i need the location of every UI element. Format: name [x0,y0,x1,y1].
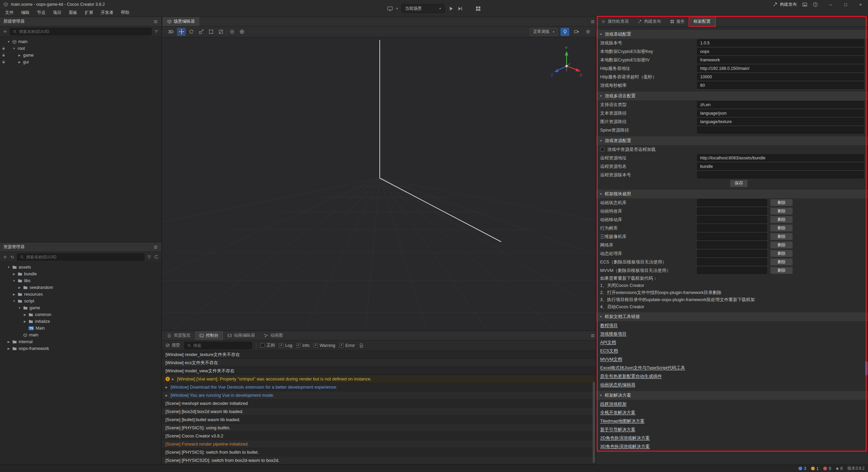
filter-log[interactable]: Log [279,343,292,348]
menu-project[interactable]: 项目 [49,9,65,17]
expand-arrow[interactable]: ▶ [165,386,169,389]
tree-item-game[interactable]: ▼game [0,304,161,311]
assets-menu-icon[interactable] [153,245,158,250]
expand-arrow[interactable]: ▼ [12,279,16,282]
console-scrollbar[interactable] [593,382,595,463]
expand-arrow[interactable]: ▶ [18,54,21,57]
delete-button[interactable]: 删除 [770,208,793,215]
minimize-button[interactable]: – [823,0,838,9]
doc-link[interactable]: Excel格式转Json文件与TypeScript代码工具 [600,365,685,371]
log-row[interactable]: [Scene] [PHYSICS2D]: switch from box2d-w… [162,456,596,465]
expand-arrow[interactable]: ▼ [18,306,21,310]
log-row[interactable]: [Scene] [PHYSICS]: using builtin. [162,424,596,432]
section-header[interactable]: ▼框架解决方案 [596,391,868,400]
log-row[interactable]: [Window] render_texture文件夹不存在 [162,351,596,359]
view-mode-select[interactable]: 正常浏览 ▾ [530,28,558,36]
delete-button[interactable]: 删除 [770,241,793,249]
filter-icon[interactable] [154,29,159,34]
log-row[interactable]: !▶[Window] [Vue warn]: Property "onInput… [162,375,596,383]
log-row[interactable]: ▶[Window] You are running Vue in develop… [162,391,596,399]
add-asset-icon[interactable] [3,255,7,259]
property-input[interactable] [697,82,864,89]
log-row[interactable]: [Window] model_view文件夹不存在 [162,367,596,375]
doc-link[interactable]: 全栈开发解决方案 [600,410,635,416]
tab-scene-editor[interactable]: 场景编辑器 [163,17,199,26]
delete-button[interactable]: 删除 [770,258,793,266]
expand-arrow[interactable]: ▼ [7,266,11,269]
property-input[interactable] [697,56,864,63]
property-input[interactable] [697,118,864,125]
expand-arrow[interactable]: ▶ [7,347,11,350]
delete-button[interactable]: 删除 [770,233,793,240]
expand-arrow[interactable]: ▶ [172,377,175,381]
section-header[interactable]: ▼框架模块裁剪 [596,190,868,198]
log-row[interactable]: ▶[Window] Download the Vue Devtools exte… [162,383,596,391]
doc-link[interactable]: 教程项目 [600,322,618,329]
filter-info[interactable]: Info [296,343,310,348]
axis-gizmo[interactable]: Y X Z [548,43,586,83]
tab-animation-editor[interactable]: 动画编辑器 [223,331,260,340]
console-search-input[interactable] [193,343,249,348]
doc-link[interactable]: 战棋游戏框架 [600,401,627,407]
property-input[interactable] [697,65,864,72]
status-count-warning[interactable]: 1 [811,466,819,471]
filter-error[interactable]: Error [339,343,355,348]
expand-arrow[interactable]: ▶ [23,320,27,323]
property-input[interactable] [697,171,864,178]
build-publish-button[interactable]: 构建发布 [773,2,797,7]
section-header[interactable]: ▼游戏多语言配置 [596,92,868,100]
property-input[interactable] [697,39,864,46]
doc-link[interactable]: 原生包热更新配置自动生成插件 [600,373,662,379]
doc-link[interactable]: 2D角色扮演游戏解决方案 [600,435,650,441]
tree-item-main[interactable]: TSMain [0,325,161,332]
tree-item-common[interactable]: ▶common [0,311,161,318]
regex-toggle[interactable]: 正则 [260,342,275,348]
menu-file[interactable]: 文件 [1,9,17,17]
tab-assets-preview[interactable]: 资源预览 [163,331,195,340]
tree-item-libs[interactable]: ▼libs [0,277,161,284]
lighting-toggle[interactable] [560,28,569,36]
tree-item-script[interactable]: ▼script [0,298,161,304]
assets-search-input[interactable] [26,255,141,259]
tree-item-oops-framework[interactable]: ▶oops-framework [0,345,161,352]
clear-console-button[interactable]: 清空 [165,342,180,348]
tree-item-assets[interactable]: ▼assets [0,264,161,271]
menu-extension[interactable]: 扩展 [81,9,97,17]
delete-button[interactable]: 删除 [770,267,793,274]
tree-item-internal[interactable]: ▶internal [0,338,161,345]
tree-item-game[interactable]: ▶game [0,52,161,59]
console-search[interactable] [184,342,252,349]
expand-arrow[interactable]: ▶ [18,60,21,64]
log-row[interactable]: [Scene] [box2d]:box2d wasm lib loaded. [162,408,596,416]
save-button[interactable]: 保存 [730,180,748,187]
expand-arrow[interactable]: ▶ [165,394,169,397]
doc-link[interactable]: Tiledmap地图解决方案 [600,418,645,424]
scale-tool[interactable] [197,28,205,36]
tree-item-gui[interactable]: ▶gui [0,59,161,65]
tab-build[interactable]: 构建发布 [633,17,666,26]
section-header[interactable]: ▼游戏资源配置 [596,136,868,145]
filter-warning[interactable]: Warning [314,343,335,348]
hierarchy-search-input[interactable] [19,29,149,34]
assets-search[interactable] [17,253,144,261]
tree-item-main[interactable]: ▼main [0,38,161,45]
menu-developer[interactable]: 开发者 [97,9,117,17]
filter-icon[interactable] [147,255,152,259]
expand-arrow[interactable]: ▶ [7,340,11,343]
doc-link[interactable]: 游戏模板项目 [600,331,627,337]
rotate-tool[interactable] [187,28,196,36]
property-input[interactable] [697,101,864,108]
hierarchy-menu-icon[interactable] [153,19,158,24]
tree-item-bundle[interactable]: ▶bundle [0,271,161,277]
property-input[interactable] [697,163,864,170]
inspector-scrollbar[interactable] [865,361,867,375]
camera-preview-toggle[interactable] [572,28,581,36]
doc-link[interactable]: 新手引导解决方案 [600,427,635,433]
log-row[interactable]: [Window] ecs文件夹不存在 [162,359,596,367]
delete-button[interactable]: 删除 [770,199,793,206]
property-input[interactable] [697,48,864,55]
log-row[interactable]: [Scene] meshopt wasm decoder initialized [162,399,596,408]
dimension-toggle[interactable]: 3D [165,28,176,36]
help-icon[interactable]: ? [813,2,818,7]
layout-grid-icon[interactable] [475,6,481,12]
